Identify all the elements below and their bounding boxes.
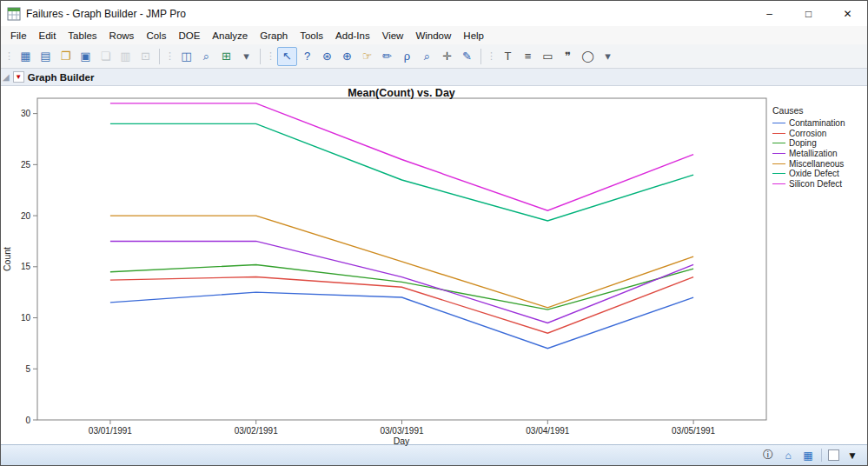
toolbar-group-handle[interactable]: ⋮ [4,50,14,62]
outline-disclosure-icon[interactable]: ◢ [3,73,10,82]
callout-annotation-icon[interactable]: ❞ [558,47,578,66]
new-data-table-icon[interactable]: ▦ [16,47,36,66]
report-area: ◢ ▼ Graph Builder 05101520253003/01/1991… [1,69,867,444]
y-tick-label[interactable]: 15 [21,262,31,271]
statusbar-separator [821,449,822,462]
open-icon[interactable]: ❐ [56,47,76,66]
app-icon [7,7,21,21]
minimize-button[interactable]: – [750,1,789,26]
outline-header: ◢ ▼ Graph Builder [1,69,867,86]
legend-item-contamination[interactable]: Contamination [772,118,845,129]
menu-file[interactable]: File [4,28,33,43]
toolbar-group-handle[interactable]: ⋮ [165,50,175,62]
toolbar-overflow-icon[interactable]: ▾ [598,47,618,66]
toolbar-separator [159,49,160,64]
save-icon[interactable]: ▣ [76,47,96,66]
legend-swatch-oxide-defect [772,173,785,174]
x-tick-label[interactable]: 03/05/1991 [672,426,715,436]
lasso-tool-icon[interactable]: ρ [397,47,417,66]
search-icon[interactable]: ⌕ [196,47,216,66]
menu-tools[interactable]: Tools [294,28,329,43]
line-annotation-icon[interactable]: ≡ [518,47,538,66]
menu-rows[interactable]: Rows [103,28,141,43]
shape-annotation-icon[interactable]: ▭ [538,47,558,66]
crosshair-tool-icon[interactable]: ✛ [437,47,457,66]
red-triangle-menu-button[interactable]: ▼ [13,71,24,83]
data-table-window-icon[interactable]: ◫ [176,47,196,66]
titlebar: Failures - Graph Builder - JMP Pro – □ ✕ [1,1,867,26]
y-tick-label[interactable]: 20 [21,211,31,221]
maximize-button[interactable]: □ [789,1,828,26]
legend-item-doping[interactable]: Doping [772,138,845,149]
legend-item-metallization[interactable]: Metallization [772,149,845,159]
x-tick-label[interactable]: 03/01/1991 [89,426,132,436]
toolbar-separator [260,49,261,64]
toolbar-overflow-icon[interactable]: ▾ [236,47,256,66]
globe-tool-icon[interactable]: ⊕ [337,47,357,66]
menu-graph[interactable]: Graph [254,28,294,43]
legend-swatch-miscellaneous [772,163,785,164]
legend-item-corrosion[interactable]: Corrosion [772,129,845,139]
legend-label: Doping [789,138,817,148]
y-axis-label[interactable]: Count [2,247,12,271]
y-tick-label[interactable]: 5 [25,364,30,374]
menu-tables[interactable]: Tables [62,28,103,43]
info-icon[interactable]: ⓘ [761,449,775,463]
legend-item-silicon-defect[interactable]: Silicon Defect [772,179,845,190]
y-tick-label[interactable]: 0 [25,416,30,425]
show-panel-icon[interactable]: ⌂ [781,449,795,463]
oval-annotation-icon[interactable]: ◯ [578,47,598,66]
magnifier-tool-icon[interactable]: ⌕ [417,47,437,66]
menu-doe[interactable]: DOE [172,28,206,43]
x-axis-label[interactable]: Day [394,436,410,446]
legend-label: Contamination [789,118,845,128]
grabber-tool-icon[interactable]: ☞ [357,47,377,66]
legend-label: Silicon Defect [789,179,842,189]
x-tick-label[interactable]: 03/04/1991 [526,426,569,436]
legend-swatch-contamination [772,123,785,123]
legend-item-miscellaneous[interactable]: Miscellaneous [772,158,845,169]
x-tick-label[interactable]: 03/02/1991 [235,426,278,436]
text-annotation-icon[interactable]: T [498,47,518,66]
eraser-tool-icon[interactable]: ✎ [457,47,477,66]
menu-analyze[interactable]: Analyze [206,28,254,43]
y-tick-label[interactable]: 25 [21,160,31,170]
arrow-tool-icon[interactable]: ↖ [277,47,297,66]
toolbar: ⋮▦▤❐▣❏▥⊡⋮◫⌕⊞▾⋮↖?⊛⊕☞✏ρ⌕✛✎⋮T≡▭❞◯▾ [1,44,867,69]
close-button[interactable]: ✕ [828,1,867,26]
chart-region: 05101520253003/01/199103/02/199103/03/19… [1,86,867,444]
plot-frame [37,98,766,420]
help-tool-icon[interactable]: ? [297,47,317,66]
menu-add-ins[interactable]: Add-Ins [329,28,376,43]
data-view-icon[interactable]: ▦ [801,449,815,463]
menu-cols[interactable]: Cols [140,28,172,43]
toolbar-group-handle[interactable]: ⋮ [266,50,275,62]
line-chart: 05101520253003/01/199103/02/199103/03/19… [1,86,868,449]
chart-title: Mean(Count) vs. Day [348,87,455,99]
annotation-color-box[interactable] [828,449,839,461]
menubar: FileEditTablesRowsColsDOEAnalyzeGraphToo… [1,26,867,44]
menu-window[interactable]: Window [409,28,457,43]
legend-item-oxide-defect[interactable]: Oxide Defect [772,169,845,179]
toolbar-separator [480,49,481,64]
menu-edit[interactable]: Edit [33,28,63,43]
legend-label: Miscellaneous [789,159,844,169]
graph-builder-icon[interactable]: ⊞ [216,47,236,66]
brush-tool-icon[interactable]: ✏ [377,47,397,66]
red-triangle-icon: ▼ [15,74,22,81]
legend-label: Corrosion [789,129,826,138]
copy-icon: ❏ [96,47,116,66]
x-tick-label[interactable]: 03/03/1991 [380,426,423,436]
zoom-region-icon[interactable]: ⊛ [317,47,337,66]
legend-swatch-silicon-defect [772,183,785,184]
y-tick-label[interactable]: 10 [21,313,31,323]
toolbar-group-handle[interactable]: ⋮ [487,50,496,62]
new-journal-icon[interactable]: ▤ [36,47,56,66]
menu-view[interactable]: View [376,28,410,43]
legend-swatch-doping [772,143,785,143]
y-tick-label[interactable]: 30 [21,109,31,118]
menu-help[interactable]: Help [457,28,490,43]
legend-label: Oxide Defect [789,169,839,178]
statusbar-dropdown-icon[interactable]: ▼ [845,449,859,463]
legend: Causes ContaminationCorrosionDopingMetal… [772,105,845,189]
